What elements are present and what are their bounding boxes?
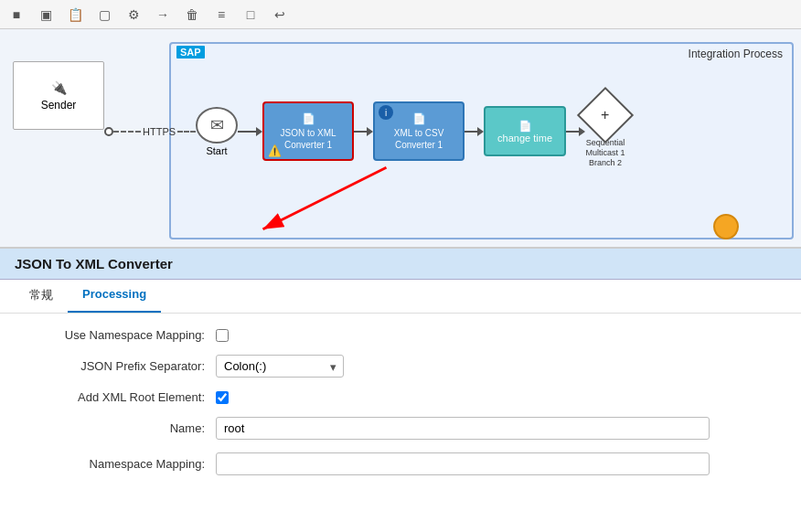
lines-icon[interactable]: ≡ [212, 5, 230, 24]
name-label: Name: [22, 421, 205, 435]
name-row: Name: [22, 417, 779, 440]
json-prefix-select[interactable]: Colon(:) Dot(.) None [216, 355, 344, 378]
orange-status-node [713, 214, 739, 239]
diamond-shape[interactable]: + [577, 87, 634, 144]
use-namespace-label: Use Namespace Mapping: [22, 328, 205, 342]
namespace-mapping-label: Namespace Mapping: [22, 457, 205, 471]
change-time-icon: 📄 [518, 120, 532, 133]
panel-content: Use Namespace Mapping: JSON Prefix Separ… [0, 314, 801, 503]
https-label: HTTPS [143, 126, 176, 137]
panel-title: JSON To XML Converter [15, 256, 173, 271]
connector-3 [465, 131, 477, 133]
json-prefix-label: JSON Prefix Separator: [22, 359, 205, 373]
sender-label: Sender [41, 99, 77, 112]
add-xml-root-label: Add XML Root Element: [22, 390, 205, 404]
dashed-segment-2 [177, 131, 196, 133]
settings-icon[interactable]: ⚙ [124, 5, 143, 24]
start-node-group: ✉ Start [196, 107, 238, 156]
namespace-mapping-row: Namespace Mapping: [22, 452, 779, 475]
connector-2 [354, 131, 367, 133]
change-time-label: change time [497, 133, 552, 144]
json-xml-node-group: 📄 JSON to XMLConverter 1 ⚠️ [262, 101, 354, 161]
paste-icon[interactable]: ▣ [37, 5, 55, 24]
sender-box: 🔌 Sender [13, 61, 104, 130]
json-prefix-select-wrapper: Colon(:) Dot(.) None [216, 355, 344, 378]
start-envelope[interactable]: ✉ [196, 107, 238, 144]
trash-icon[interactable]: 🗑 [183, 5, 201, 24]
tab-常规[interactable]: 常规 [15, 280, 68, 313]
xml-csv-label: XML to CSVConverter 1 [394, 127, 444, 151]
canvas-area: Integration Process SAP 🔌 Sender HTTPS ✉… [0, 29, 801, 249]
arrow-2 [367, 127, 373, 136]
add-xml-root-checkbox[interactable] [216, 391, 229, 404]
use-namespace-checkbox[interactable] [216, 329, 229, 342]
sap-logo: SAP [176, 46, 205, 59]
tab-processing[interactable]: Processing [68, 280, 161, 313]
use-namespace-row: Use Namespace Mapping: [22, 328, 779, 342]
start-label: Start [206, 145, 227, 156]
warning-badge: ⚠️ [268, 144, 282, 157]
toolbar: ■ ▣ 📋 ▢ ⚙ → 🗑 ≡ □ ↩ [0, 0, 801, 29]
arrow-4 [579, 127, 585, 136]
diamond-wrapper: + SequentialMulticast 1Branch 2 [585, 95, 625, 167]
dashed-segment-1 [113, 131, 141, 133]
info-badge: i [379, 105, 393, 120]
undo-icon[interactable]: ↩ [271, 5, 289, 24]
connector-4 [566, 131, 579, 133]
arrow-1 [256, 127, 262, 136]
converter-icon-1: 📄 [302, 112, 315, 125]
json-xml-converter-box[interactable]: 📄 JSON to XMLConverter 1 ⚠️ [262, 101, 354, 161]
clipboard-icon[interactable]: 📋 [66, 5, 84, 24]
connector-1 [238, 131, 256, 133]
start-circle [104, 127, 113, 136]
integration-process-label: Integration Process [689, 48, 783, 60]
panel-header: JSON To XML Converter [0, 249, 801, 280]
arrow-3 [477, 127, 484, 136]
json-xml-label: JSON to XMLConverter 1 [280, 127, 336, 151]
bottom-panel: JSON To XML Converter 常规 Processing Use … [0, 249, 801, 532]
change-time-box[interactable]: 📄 change time [484, 106, 566, 156]
window-icon[interactable]: ▢ [95, 5, 113, 24]
plus-icon: + [601, 107, 609, 123]
sender-icon: 🔌 [51, 80, 67, 95]
copy-icon[interactable]: ■ [7, 5, 26, 24]
export-icon[interactable]: □ [241, 5, 260, 24]
name-input[interactable] [216, 417, 710, 440]
converter-icon-2: 📄 [412, 112, 426, 125]
flow-line: HTTPS ✉ Start 📄 JSON to XMLConverter 1 ⚠… [104, 95, 625, 167]
panel-tabs: 常规 Processing [0, 280, 801, 314]
arrow-right-icon[interactable]: → [154, 5, 172, 24]
xml-csv-box[interactable]: i 📄 XML to CSVConverter 1 [373, 101, 465, 161]
json-prefix-row: JSON Prefix Separator: Colon(:) Dot(.) N… [22, 355, 779, 378]
namespace-mapping-input[interactable] [216, 452, 710, 475]
add-xml-root-row: Add XML Root Element: [22, 390, 779, 404]
